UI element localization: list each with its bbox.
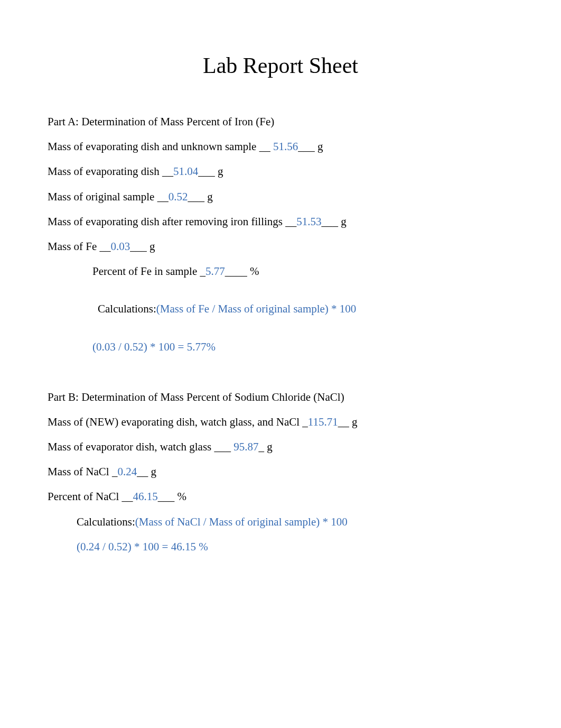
calc-result: (0.24 / 0.52) * 100 = 46.15 % [77, 540, 208, 553]
filled-value: 46.15 [133, 490, 158, 503]
filled-value: 95.87 [233, 440, 258, 453]
filled-value: 115.71 [308, 416, 338, 428]
filled-value: 51.53 [296, 215, 321, 228]
part-b-heading: Part B: Determination of Mass Percent of… [48, 391, 513, 404]
filled-value: 0.03 [111, 240, 130, 253]
calc-label: Calculations: [98, 302, 156, 315]
text-label: Mass of Fe __ [48, 240, 111, 253]
text-label: Mass of NaCl _ [48, 465, 117, 478]
text-label: Mass of evaporating dish and unknown sam… [48, 140, 273, 153]
part-b-calc-label-line: Calculations:(Mass of NaCl / Mass of ori… [48, 515, 513, 529]
filled-value: 0.52 [169, 190, 188, 203]
part-a-line-3: Mass of original sample __0.52___ g [48, 190, 513, 204]
text-label: __ g [137, 465, 156, 478]
text-label: ___ g [298, 140, 323, 153]
text-label: ___ g [188, 190, 212, 203]
part-a-line-4: Mass of evaporating dish after removing … [48, 215, 513, 228]
text-label: Mass of original sample __ [48, 190, 169, 203]
page-title: Lab Report Sheet [48, 53, 513, 78]
text-label: ___ g [198, 165, 223, 178]
text-label: ___ % [158, 490, 186, 503]
part-a-line-2: Mass of evaporating dish __51.04___ g [48, 165, 513, 178]
document-page: Lab Report Sheet Part A: Determination o… [0, 0, 561, 586]
text-label: Mass of evaporating dish after removing … [48, 215, 296, 228]
part-b-line-2: Mass of evaporator dish, watch glass ___… [48, 440, 513, 454]
part-a-heading: Part A: Determination of Mass Percent of… [48, 115, 513, 128]
text-label: _ g [259, 440, 273, 453]
calc-result: (0.03 / 0.52) * 100 = 5.77% [92, 340, 216, 353]
filled-value: 0.24 [117, 465, 137, 478]
part-a-line-1: Mass of evaporating dish and unknown sam… [48, 140, 513, 153]
text-label: Mass of (NEW) evaporating dish, watch gl… [48, 416, 308, 428]
part-b-line-1: Mass of (NEW) evaporating dish, watch gl… [48, 416, 513, 429]
part-a-line-5: Mass of Fe __0.03___ g [48, 240, 513, 253]
text-label: Mass of evaporating dish __ [48, 165, 173, 178]
text-label: Percent of NaCl __ [48, 490, 133, 503]
part-b-line-3: Mass of NaCl _0.24__ g [48, 465, 513, 478]
part-a-calc-label-line: Calculations:(Mass of Fe / Mass of origi… [48, 302, 513, 316]
calc-formula: (Mass of Fe / Mass of original sample) *… [156, 302, 357, 315]
text-label: ___ g [130, 240, 155, 253]
part-b-percent-line: Percent of NaCl __46.15___ % [48, 490, 513, 503]
text-label: ____ % [225, 265, 259, 278]
filled-value: 51.04 [173, 165, 198, 178]
text-label: Percent of Fe in sample _ [92, 265, 205, 278]
filled-value: 51.56 [273, 140, 298, 153]
text-label: __ g [338, 416, 358, 428]
filled-value: 5.77 [205, 265, 225, 278]
part-a-percent-line: Percent of Fe in sample _5.77____ % [48, 265, 513, 278]
text-label: ___ g [322, 215, 347, 228]
calc-label: Calculations: [77, 515, 135, 528]
text-label: Mass of evaporator dish, watch glass ___ [48, 440, 233, 453]
part-a-calc-result: (0.03 / 0.52) * 100 = 5.77% [48, 340, 513, 354]
calc-formula: (Mass of NaCl / Mass of original sample)… [135, 515, 348, 528]
part-b-calc-result: (0.24 / 0.52) * 100 = 46.15 % [48, 540, 513, 554]
